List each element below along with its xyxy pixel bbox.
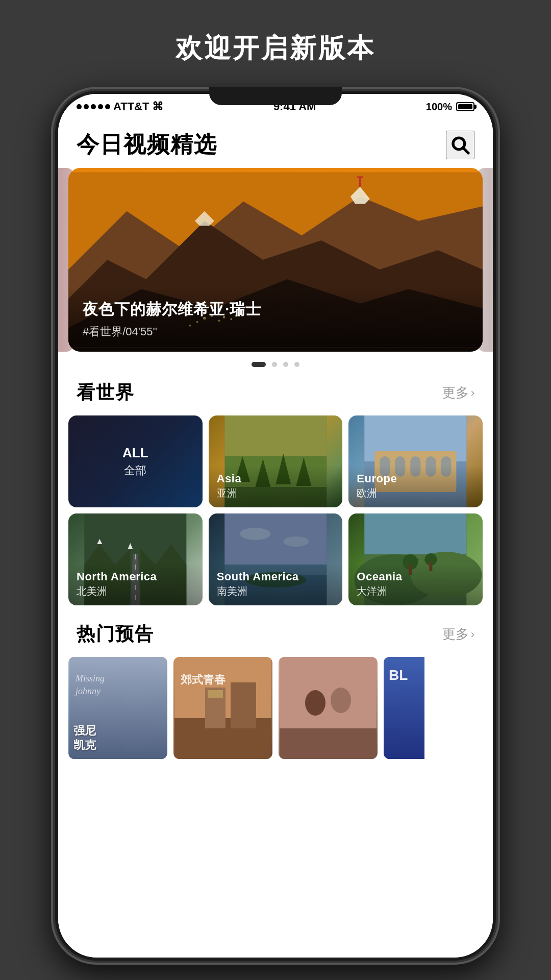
category-europe-label: Europe 欧洲	[348, 465, 483, 507]
svg-point-64	[331, 688, 351, 713]
app-header: 今日视频精选	[58, 119, 493, 168]
preview-row: Missingjohnny 强尼凯克	[58, 657, 493, 759]
world-section-title: 看世界	[77, 380, 135, 405]
preview-1-book-text: Missingjohnny	[76, 672, 105, 698]
dot-inactive	[272, 362, 277, 367]
battery-label: 100%	[426, 101, 452, 113]
category-grid: ALL 全部	[58, 415, 493, 605]
category-north-america[interactable]: North America 北美洲	[68, 513, 203, 605]
preview-4-label: BL	[389, 667, 408, 683]
hero-subtitle: #看世界/04'55''	[83, 324, 468, 339]
dot-active	[252, 362, 266, 367]
battery-icon	[456, 102, 474, 111]
hero-overlay: 夜色下的赫尔维希亚·瑞士 #看世界/04'55''	[68, 287, 483, 352]
app-content: 今日视频精选	[58, 119, 493, 958]
svg-line-1	[463, 148, 469, 154]
signal-dots	[77, 104, 110, 109]
dot-inactive	[283, 362, 288, 367]
svg-point-0	[453, 138, 465, 150]
svg-rect-65	[280, 728, 377, 759]
chevron-right-icon: ›	[471, 628, 474, 641]
phone-notch	[209, 87, 342, 105]
category-north-america-label: North America 北美洲	[68, 563, 203, 605]
hero-card[interactable]: 夜色下的赫尔维希亚·瑞士 #看世界/04'55''	[68, 168, 483, 352]
signal-dot	[77, 104, 82, 109]
battery-fill	[458, 104, 472, 109]
preview-card-1[interactable]: Missingjohnny 强尼凯克	[68, 657, 167, 759]
preview-3-bg	[279, 657, 378, 759]
preview-card-3[interactable]	[279, 657, 378, 759]
svg-point-63	[305, 690, 325, 716]
category-europe[interactable]: Europe 欧洲	[348, 415, 483, 507]
carousel-dots	[58, 362, 493, 367]
world-section-header: 看世界 更多 ›	[58, 372, 493, 415]
category-south-america[interactable]: South America 南美洲	[209, 513, 343, 605]
svg-rect-42	[224, 513, 327, 565]
signal-dot	[105, 104, 110, 109]
signal-dot	[91, 104, 96, 109]
hero-title: 夜色下的赫尔维希亚·瑞士	[83, 299, 468, 320]
chevron-right-icon: ›	[471, 386, 474, 400]
svg-point-46	[283, 536, 309, 547]
status-left: ATT&T ⌘	[77, 100, 163, 113]
wifi-icon: ⌘	[152, 100, 163, 113]
hero-section: 夜色下的赫尔维希亚·瑞士 #看世界/04'55''	[58, 168, 493, 352]
dot-inactive	[294, 362, 299, 367]
world-more-button[interactable]: 更多 ›	[442, 384, 474, 402]
hot-more-button[interactable]: 更多 ›	[442, 625, 474, 643]
category-all[interactable]: ALL 全部	[68, 415, 203, 507]
search-button[interactable]	[446, 131, 474, 159]
svg-rect-48	[365, 513, 467, 554]
app-title: 今日视频精选	[77, 130, 217, 160]
svg-rect-60	[231, 682, 256, 728]
hot-section-header: 热门预告 更多 ›	[58, 614, 493, 657]
preview-2-text: 郊式青春	[181, 672, 226, 688]
preview-card-4[interactable]: BL	[384, 657, 424, 759]
preview-card-2[interactable]: 郊式青春	[173, 657, 272, 759]
svg-rect-61	[208, 690, 223, 698]
phone-wrapper: ATT&T ⌘ 9:41 AM 100% 今日视频精选	[51, 87, 500, 965]
status-right: 100%	[426, 101, 474, 113]
phone-screen: ATT&T ⌘ 9:41 AM 100% 今日视频精选	[58, 94, 493, 958]
signal-dot	[84, 104, 89, 109]
hot-section: 热门预告 更多 ›	[58, 614, 493, 759]
category-oceania-label: Oceania 大洋洲	[348, 563, 483, 605]
search-icon	[449, 134, 471, 156]
svg-point-45	[240, 528, 270, 540]
preview-1-text: 强尼凯克	[73, 724, 162, 753]
svg-rect-20	[224, 415, 327, 456]
category-oceania[interactable]: Oceania 大洋洲	[348, 513, 483, 605]
category-all-label: ALL 全部	[122, 445, 148, 478]
category-asia-label: Asia 亚洲	[209, 465, 343, 507]
carrier-label: ATT&T	[113, 100, 149, 113]
category-asia[interactable]: Asia 亚洲	[209, 415, 343, 507]
category-south-america-label: South America 南美洲	[209, 563, 343, 605]
welcome-title: 欢迎开启新版本	[176, 31, 375, 66]
signal-dot	[98, 104, 103, 109]
hot-section-title: 热门预告	[77, 622, 154, 647]
